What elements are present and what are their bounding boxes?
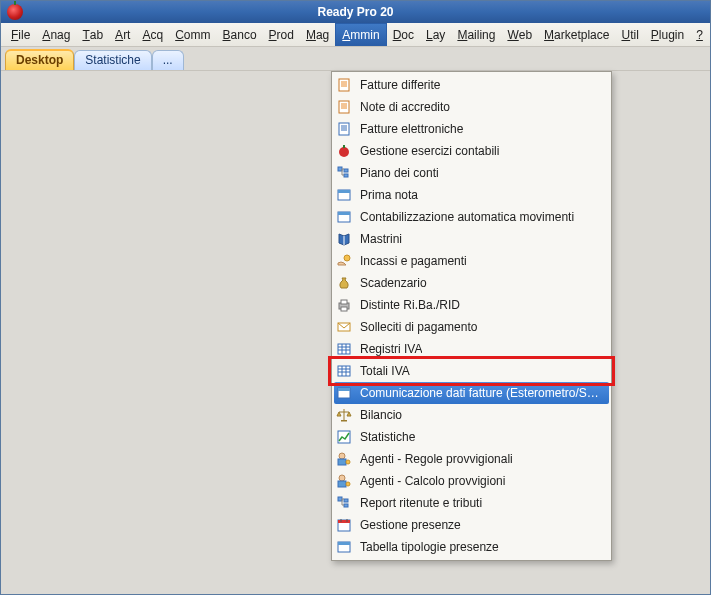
menu-item-hotkey: A [115,28,123,42]
menu-item[interactable]: Tab [76,23,109,46]
svg-rect-51 [344,504,348,507]
menu-entry[interactable]: Gestione presenze [334,514,609,536]
menu-entry[interactable]: Agenti - Calcolo provvigioni [334,470,609,492]
menu-item[interactable]: Mailing [451,23,501,46]
menu-item-hotkey: P [269,28,277,42]
menu-item-label: ay [433,28,446,42]
menu-item[interactable]: Util [615,23,644,46]
title-bar: Ready Pro 20 [1,1,710,23]
menu-entry[interactable]: Comunicazione dati fatture (Esterometro/… [334,382,609,404]
menu-entry-label: Note di accredito [360,100,450,114]
menu-item-hotkey: A [142,28,150,42]
menu-item[interactable]: Banco [217,23,263,46]
menu-item-hotkey: C [175,28,184,42]
tab-label: Desktop [16,53,63,67]
doc-orange-icon [336,99,352,115]
menu-item[interactable]: Prod [263,23,300,46]
menu-entry[interactable]: Solleciti di pagamento [334,316,609,338]
menu-entry[interactable]: Fatture differite [334,74,609,96]
window-icon [336,209,352,225]
menu-entry[interactable]: Note di accredito [334,96,609,118]
menu-entry-label: Bilancio [360,408,402,422]
menu-item-label: til [630,28,639,42]
agent-icon [336,473,352,489]
menu-item-hotkey: L [426,28,433,42]
doc-orange-icon [336,77,352,93]
menu-entry[interactable]: Incassi e pagamenti [334,250,609,272]
svg-rect-44 [338,459,346,465]
menu-item[interactable]: File [5,23,36,46]
menu-item[interactable]: ? [690,23,709,46]
menu-item[interactable]: Lay [420,23,451,46]
menu-entry[interactable]: Piano dei conti [334,162,609,184]
menu-entry[interactable]: Bilancio [334,404,609,426]
menu-entry-label: Piano dei conti [360,166,439,180]
svg-point-22 [344,255,350,261]
menu-item[interactable]: Web [501,23,538,46]
menu-entry[interactable]: Mastrini [334,228,609,250]
svg-rect-14 [338,167,342,171]
tab[interactable]: Desktop [5,49,74,70]
menu-item[interactable]: Anag [36,23,76,46]
menu-item-label: ag [316,28,329,42]
menu-entry-label: Agenti - Calcolo provvigioni [360,474,505,488]
menu-item-label: omm [184,28,211,42]
menu-entry-label: Prima nota [360,188,418,202]
menu-item[interactable]: Mag [300,23,335,46]
menu-item-label: lugin [659,28,684,42]
svg-rect-18 [338,190,350,193]
menu-entry[interactable]: Gestione esercizi contabili [334,140,609,162]
menu-item[interactable]: Comm [169,23,216,46]
svg-rect-16 [344,174,348,177]
menu-entry[interactable]: Scadenzario [334,272,609,294]
svg-rect-49 [338,497,342,501]
menu-item-hotkey: A [42,28,50,42]
svg-point-46 [339,475,345,481]
ammin-dropdown: Fatture differiteNote di accreditoFattur… [331,71,612,561]
menu-item[interactable]: Doc [387,23,420,46]
menu-entry[interactable]: Registri IVA [334,338,609,360]
svg-rect-53 [338,520,350,523]
menu-item-label: oc [401,28,414,42]
svg-point-45 [346,460,350,464]
svg-rect-41 [341,420,347,422]
menu-entry[interactable]: Distinte Ri.Ba./RID [334,294,609,316]
tab[interactable]: ... [152,50,184,70]
menu-entry[interactable]: Fatture elettroniche [334,118,609,140]
tab[interactable]: Statistiche [74,50,151,70]
menu-item[interactable]: Acq [136,23,169,46]
mail-icon [336,319,352,335]
menu-entry-label: Solleciti di pagamento [360,320,477,334]
menu-entry-label: Incassi e pagamenti [360,254,467,268]
menu-item-hotkey: M [306,28,316,42]
strawberry-icon [336,143,352,159]
menu-entry[interactable]: Statistiche [334,426,609,448]
tab-label: ... [163,53,173,67]
hand-coin-icon [336,253,352,269]
tab-strip: DesktopStatistiche... [1,47,710,71]
menu-item-label: mmin [350,28,379,42]
menu-entry-label: Agenti - Regole provvigionali [360,452,513,466]
menu-entry[interactable]: Tabella tipologie presenze [334,536,609,558]
menu-item[interactable]: Art [109,23,136,46]
menu-item-label: ailing [467,28,495,42]
menu-entry-label: Distinte Ri.Ba./RID [360,298,460,312]
menu-item-hotkey: B [223,28,231,42]
menu-item[interactable]: Ammin [335,23,386,46]
menu-entry-label: Scadenzario [360,276,427,290]
menu-item-label: ab [90,28,103,42]
svg-rect-13 [343,145,345,148]
menu-item[interactable]: Marketplace [538,23,615,46]
svg-rect-24 [341,300,347,304]
menu-entry[interactable]: Agenti - Regole provvigionali [334,448,609,470]
menu-entry-label: Report ritenute e tributi [360,496,482,510]
menu-entry[interactable]: Prima nota [334,184,609,206]
app-title: Ready Pro 20 [317,5,393,19]
menu-entry[interactable]: Contabilizzazione automatica movimenti [334,206,609,228]
menu-item-hotkey: T [82,28,89,42]
menu-item[interactable]: Plugin [645,23,690,46]
calendar-icon [336,517,352,533]
menu-entry[interactable]: Report ritenute e tributi [334,492,609,514]
menu-entry[interactable]: Totali IVA [334,360,609,382]
svg-rect-20 [338,212,350,215]
